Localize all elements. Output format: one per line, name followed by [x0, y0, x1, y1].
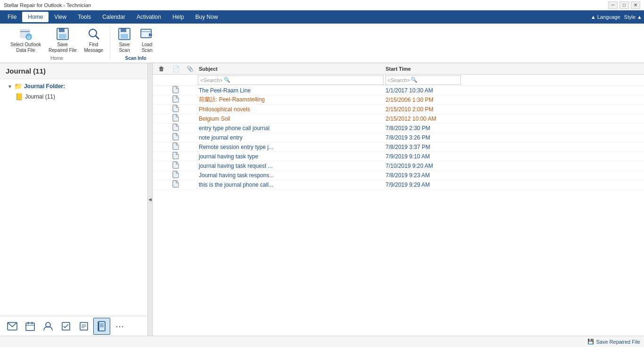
journal-icon: 📒 — [15, 93, 23, 100]
cell-start-time: 1/1/2017 10:30 AM — [384, 87, 459, 94]
cell-subject: The Peel-Raam Line — [197, 87, 384, 94]
menu-view[interactable]: View — [49, 12, 72, 22]
language-btn[interactable]: ▲ Language — [591, 14, 620, 20]
cell-start-time: 7/10/2019 9:20 AM — [384, 163, 459, 169]
cell-icon — [169, 124, 183, 132]
table-body: The Peel-Raam Line 1/1/2017 10:30 AM 荷蘭語… — [153, 86, 644, 336]
menu-buynow[interactable]: Buy Now — [190, 12, 224, 22]
svg-rect-5 — [59, 28, 65, 32]
nav-journal-button[interactable] — [93, 318, 110, 335]
ribbon-group-scan: Save Scan Load Scan Scan Info — [110, 25, 161, 61]
cell-start-time: 2/15/2006 1:30 PM — [384, 97, 459, 103]
app-title: Stellar Repair for Outlook - Technician — [4, 2, 91, 8]
svg-text:O: O — [27, 35, 30, 40]
cell-icon — [169, 133, 183, 142]
folder-icon: 📁 — [14, 83, 22, 90]
nav-notes-button[interactable] — [75, 318, 92, 335]
collapse-icon: ◀ — [148, 197, 152, 202]
table-row[interactable]: 荷蘭語: Peel-Raamstelling 2/15/2006 1:30 PM — [153, 95, 644, 105]
save-repaired-status-label: Save Repaired File — [596, 339, 640, 345]
ribbon-home-buttons: O Select Outlook Data File Save Repaired… — [8, 25, 106, 54]
cell-icon — [169, 105, 183, 114]
delete-col-icon: 🗑 — [159, 66, 164, 72]
select-outlook-button[interactable]: O Select Outlook Data File — [8, 25, 44, 54]
save-scan-button[interactable]: Save Scan — [114, 25, 135, 54]
table-row[interactable]: journal having task type 7/9/2019 9:10 A… — [153, 152, 644, 161]
table-row[interactable]: this is the journal phone call... 7/9/20… — [153, 180, 644, 190]
cell-subject: Journal having task respons... — [197, 172, 384, 179]
ribbon-group-home: O Select Outlook Data File Save Repaired… — [4, 25, 110, 61]
cell-icon — [169, 161, 183, 170]
time-search-box[interactable]: <Search> 🔍 — [385, 75, 461, 85]
minimize-button[interactable]: ─ — [608, 1, 618, 9]
table-row[interactable]: note journal entry 7/8/2019 3:26 PM — [153, 133, 644, 142]
menu-file[interactable]: File — [2, 12, 22, 22]
menu-tools[interactable]: Tools — [72, 12, 97, 22]
nav-more-button[interactable]: ⋯ — [111, 318, 128, 335]
table-row[interactable]: Journal having task respons... 7/8/2019 … — [153, 171, 644, 180]
find-message-icon — [86, 26, 101, 41]
time-search-icon: 🔍 — [411, 77, 417, 83]
find-message-button[interactable]: Find Message — [82, 25, 106, 54]
nav-tasks-button[interactable] — [57, 318, 74, 335]
save-repaired-button[interactable]: Save Repaired File — [46, 25, 79, 54]
cell-subject: note journal entry — [197, 134, 384, 141]
load-scan-button[interactable]: Load Scan — [137, 25, 157, 54]
table-row[interactable]: Belgium Soil 2/15/2012 10:00 AM — [153, 114, 644, 124]
cell-subject: Remote session entry type j... — [197, 144, 384, 150]
menu-bar: File Home View Tools Calendar Activation… — [0, 10, 644, 24]
svg-line-8 — [96, 36, 99, 39]
table-row[interactable]: The Peel-Raam Line 1/1/2017 10:30 AM — [153, 86, 644, 95]
folder-arrow-icon: ▼ — [8, 84, 12, 89]
svg-rect-11 — [121, 34, 128, 39]
table-row[interactable]: Remote session entry type j... 7/8/2019 … — [153, 142, 644, 152]
table-row[interactable]: entry type phone call journal 7/8/2019 2… — [153, 124, 644, 133]
menu-activation[interactable]: Activation — [131, 12, 167, 22]
journal-child-item[interactable]: 📒 Journal (11) — [0, 91, 147, 102]
menu-calendar[interactable]: Calendar — [97, 12, 131, 22]
subject-search-box[interactable]: <Search> 🔍 — [198, 75, 383, 85]
maximize-button[interactable]: □ — [620, 1, 629, 9]
sidebar-tree: ▼ 📁 Journal Folder: 📒 Journal (11) — [0, 79, 147, 316]
svg-rect-16 — [26, 323, 34, 330]
svg-rect-6 — [59, 34, 66, 39]
cell-subject: Philosophical novels — [197, 106, 384, 113]
sidebar: Journal (11) ▼ 📁 Journal Folder: 📒 Journ… — [0, 63, 148, 336]
cell-subject: journal having task type — [197, 153, 384, 160]
cell-icon — [169, 86, 183, 95]
content-area: 🗑 📄 📎 Subject Start Time <Search> 🔍 <Sea… — [153, 63, 644, 336]
ribbon: O Select Outlook Data File Save Repaired… — [0, 24, 644, 63]
col-start-time-header: Start Time — [384, 66, 459, 72]
main-content: Journal (11) ▼ 📁 Journal Folder: 📒 Journ… — [0, 63, 644, 336]
svg-point-7 — [89, 29, 97, 37]
cell-subject: entry type phone call journal — [197, 125, 384, 132]
save-repaired-status-icon: 💾 — [587, 339, 594, 345]
cell-icon — [169, 142, 183, 151]
cell-start-time: 2/15/2010 2:00 PM — [384, 106, 459, 113]
nav-calendar-button[interactable] — [22, 318, 39, 335]
close-button[interactable]: ✕ — [631, 1, 640, 9]
cell-start-time: 7/8/2019 3:37 PM — [384, 144, 459, 150]
table-row[interactable]: Philosophical novels 2/15/2010 2:00 PM — [153, 105, 644, 114]
nav-mail-button[interactable] — [4, 318, 21, 335]
save-repaired-status-button[interactable]: 💾 Save Repaired File — [587, 339, 640, 345]
cell-start-time: 7/9/2019 9:29 AM — [384, 182, 459, 188]
svg-rect-1 — [20, 31, 30, 32]
load-scan-label: Load Scan — [142, 42, 153, 53]
col-attach-header: 📎 — [183, 66, 197, 72]
cell-icon — [169, 95, 183, 104]
cell-subject: journal having task request ... — [197, 163, 384, 169]
ribbon-scan-buttons: Save Scan Load Scan — [114, 25, 157, 54]
style-btn[interactable]: Style ▲ — [624, 14, 642, 20]
journal-folder-item[interactable]: ▼ 📁 Journal Folder: — [0, 81, 147, 91]
nav-contacts-button[interactable] — [40, 318, 57, 335]
table-row[interactable]: journal having task request ... 7/10/201… — [153, 161, 644, 171]
ribbon-home-label: Home — [50, 56, 63, 61]
menu-help[interactable]: Help — [167, 12, 190, 22]
sidebar-collapse-handle[interactable]: ◀ — [148, 63, 153, 336]
title-controls: ─ □ ✕ — [608, 1, 640, 9]
menu-home[interactable]: Home — [22, 12, 49, 22]
select-outlook-icon: O — [18, 26, 33, 41]
cell-icon — [169, 180, 183, 189]
search-row: <Search> 🔍 <Search> 🔍 — [153, 74, 644, 86]
